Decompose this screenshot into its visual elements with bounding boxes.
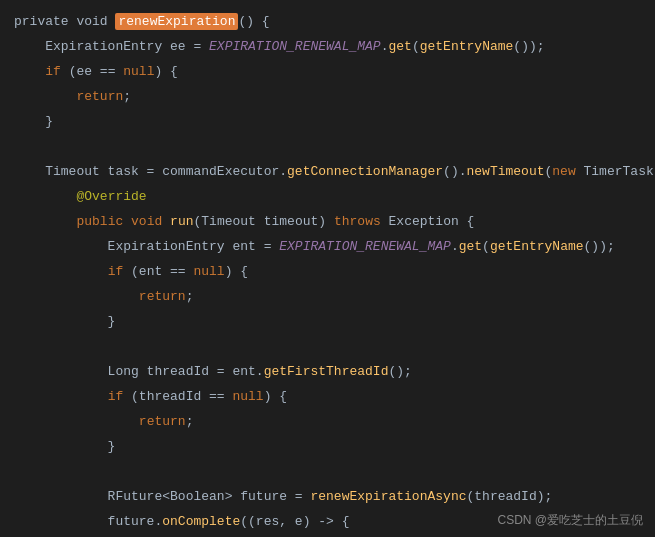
code-line: if (threadId == null) { [0, 381, 655, 406]
line-gutter [0, 531, 10, 537]
code-line [0, 131, 655, 156]
code-line [0, 331, 655, 356]
line-gutter [0, 81, 10, 100]
code-line: if (ee == null) { [0, 56, 655, 81]
code-editor: private void renewExpiration() { Expirat… [0, 0, 655, 537]
line-gutter [0, 331, 10, 350]
code-line: return; [0, 406, 655, 431]
code-content: ExpirationEntry ent = EXPIRATION_RENEWAL… [10, 237, 615, 256]
line-gutter [0, 356, 10, 375]
code-lines: private void renewExpiration() { Expirat… [0, 0, 655, 537]
code-content: if (ent == null) { [10, 262, 248, 281]
line-gutter [0, 6, 10, 25]
code-line: private void renewExpiration() { [0, 6, 655, 31]
line-gutter [0, 431, 10, 450]
code-content: future.onComplete((res, e) -> { [10, 512, 349, 531]
code-line: if (ent == null) { [0, 256, 655, 281]
code-content: } [10, 312, 115, 331]
line-gutter [0, 281, 10, 300]
code-content: Long threadId = ent.getFirstThreadId(); [10, 362, 412, 381]
code-line [0, 456, 655, 481]
line-gutter [0, 106, 10, 125]
code-line: @Override [0, 181, 655, 206]
watermark: CSDN @爱吃芝士的土豆倪 [497, 512, 643, 529]
code-content: RFuture<Boolean> future = renewExpiratio… [10, 487, 552, 506]
line-gutter [0, 506, 10, 525]
code-line: ExpirationEntry ent = EXPIRATION_RENEWAL… [0, 231, 655, 256]
code-content: return; [10, 287, 193, 306]
code-content [10, 462, 22, 481]
code-line: public void run(Timeout timeout) throws … [0, 206, 655, 231]
line-gutter [0, 306, 10, 325]
code-content: private void renewExpiration() { [10, 12, 270, 31]
code-line: } [0, 431, 655, 456]
line-gutter [0, 406, 10, 425]
code-line: if (e != null) { [0, 531, 655, 537]
code-content: return; [10, 87, 131, 106]
code-content: ExpirationEntry ee = EXPIRATION_RENEWAL_… [10, 37, 545, 56]
code-content: @Override [10, 187, 147, 206]
code-line: } [0, 306, 655, 331]
line-gutter [0, 156, 10, 175]
code-line: return; [0, 81, 655, 106]
code-content: if (threadId == null) { [10, 387, 287, 406]
code-content: Timeout task = commandExecutor.getConnec… [10, 162, 655, 181]
line-gutter [0, 56, 10, 75]
code-line: ExpirationEntry ee = EXPIRATION_RENEWAL_… [0, 31, 655, 56]
code-content [10, 137, 22, 156]
code-line: Long threadId = ent.getFirstThreadId(); [0, 356, 655, 381]
code-line: RFuture<Boolean> future = renewExpiratio… [0, 481, 655, 506]
line-gutter [0, 381, 10, 400]
line-gutter [0, 181, 10, 200]
code-content: } [10, 112, 53, 131]
code-content: } [10, 437, 115, 456]
code-line: } [0, 106, 655, 131]
line-gutter [0, 256, 10, 275]
code-content: return; [10, 412, 193, 431]
code-content [10, 337, 22, 356]
code-content: public void run(Timeout timeout) throws … [10, 212, 474, 231]
line-gutter [0, 456, 10, 475]
line-gutter [0, 131, 10, 150]
code-line: Timeout task = commandExecutor.getConnec… [0, 156, 655, 181]
line-gutter [0, 206, 10, 225]
line-gutter [0, 31, 10, 50]
line-gutter [0, 231, 10, 250]
code-line: return; [0, 281, 655, 306]
line-gutter [0, 481, 10, 500]
code-content: if (ee == null) { [10, 62, 178, 81]
